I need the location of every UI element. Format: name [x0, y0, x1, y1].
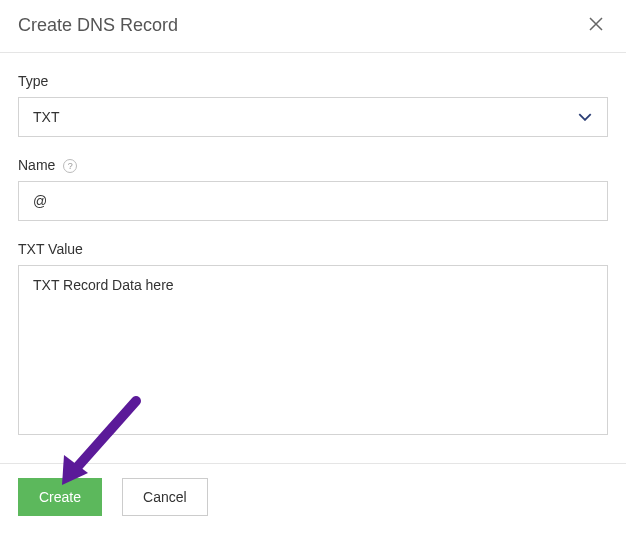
type-label: Type	[18, 73, 608, 89]
name-input[interactable]	[18, 181, 608, 221]
modal-body: Type TXT Name ? TXT Value	[0, 53, 626, 463]
name-label: Name ?	[18, 157, 608, 173]
cancel-button[interactable]: Cancel	[122, 478, 208, 516]
field-type: Type TXT	[18, 73, 608, 137]
close-button[interactable]	[584, 14, 608, 36]
name-label-text: Name	[18, 157, 55, 173]
type-select-wrap: TXT	[18, 97, 608, 137]
field-name: Name ?	[18, 157, 608, 221]
help-icon[interactable]: ?	[63, 159, 77, 173]
modal-footer: Create Cancel	[0, 464, 626, 530]
close-icon	[588, 12, 604, 37]
type-select[interactable]: TXT	[18, 97, 608, 137]
modal-title: Create DNS Record	[18, 15, 178, 36]
field-txt-value: TXT Value	[18, 241, 608, 439]
txt-value-label: TXT Value	[18, 241, 608, 257]
txt-value-textarea[interactable]	[18, 265, 608, 435]
create-button[interactable]: Create	[18, 478, 102, 516]
modal-header: Create DNS Record	[0, 0, 626, 53]
